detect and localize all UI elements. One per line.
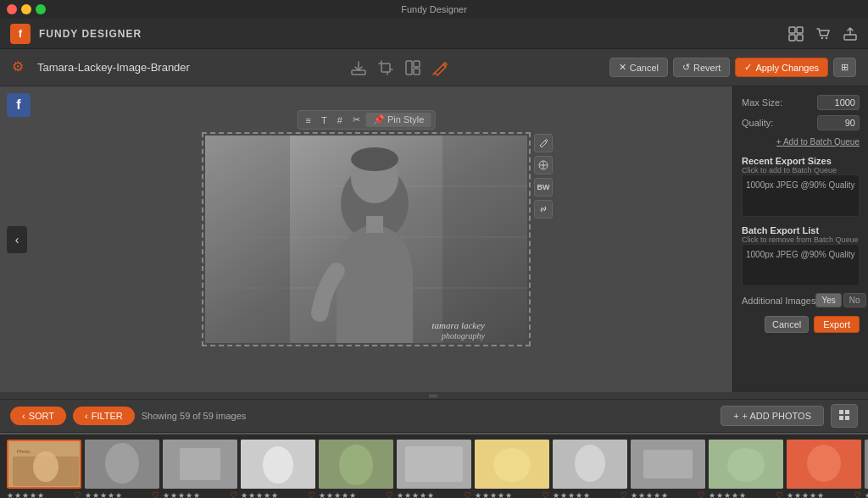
panel-footer: Cancel Export [742, 316, 860, 333]
star-row-10: ★ ★ ★ ★ ★ ♡ [709, 489, 783, 498]
filmstrip-item-9[interactable]: ★ ★ ★ ★ ★ ♡ [631, 440, 705, 498]
heart-icon-8[interactable]: ♡ [620, 490, 627, 498]
filmstrip-thumb-1[interactable]: Photo [7, 440, 81, 489]
recent-export-item[interactable]: 1000px JPEG @90% Quality [746, 179, 855, 191]
filmstrip-item-12[interactable]: ★ ★ ★ ★ ★ ♡ [865, 440, 868, 498]
grid-view-button[interactable] [831, 404, 858, 428]
additional-images-row: Additional Images Yes No [742, 293, 860, 307]
filmstrip-item-7[interactable]: ★ ★ ★ ★ ★ ♡ [475, 440, 549, 498]
title-bar: Fundy Designer [0, 0, 868, 19]
heart-icon-11[interactable]: ♡ [854, 490, 861, 498]
bw-tool-button[interactable]: BW [534, 178, 553, 196]
max-size-input[interactable] [817, 95, 860, 110]
filmstrip-thumb-3[interactable] [163, 440, 237, 489]
yes-button[interactable]: Yes [815, 293, 841, 307]
heart-icon-7[interactable]: ♡ [542, 490, 549, 498]
grid-icon-button[interactable] [788, 26, 804, 42]
edit-tool-button[interactable] [534, 134, 553, 152]
link-tool-button[interactable] [534, 200, 553, 219]
heart-icon-10[interactable]: ♡ [776, 490, 783, 498]
stars-11: ★ ★ ★ ★ ★ [787, 491, 824, 499]
heart-icon-3[interactable]: ♡ [230, 490, 237, 498]
filmstrip-item-10[interactable]: ★ ★ ★ ★ ★ ♡ [709, 440, 783, 498]
heart-icon-6[interactable]: ♡ [464, 490, 471, 498]
filter-button[interactable]: ‹ FILTER [73, 407, 135, 425]
svg-rect-6 [844, 35, 856, 40]
brander-tool-hash[interactable]: # [333, 113, 347, 127]
filmstrip-item-6[interactable]: ★ ★ ★ ★ ★ ♡ [397, 440, 471, 498]
sort-arrow-icon: ‹ [22, 411, 25, 421]
minimize-button[interactable] [21, 4, 31, 14]
filmstrip-thumb-12[interactable] [865, 440, 868, 489]
filmstrip-item-4[interactable]: ★ ★ ★ ★ ★ ♡ [241, 440, 315, 498]
filmstrip-item-5[interactable]: ★ ★ ★ ★ ★ ♡ [319, 440, 393, 498]
add-photos-button[interactable]: + + ADD PHOTOS [721, 406, 824, 426]
filmstrip-thumb-9[interactable] [631, 440, 705, 489]
svg-point-41 [339, 445, 373, 485]
filmstrip-item-11[interactable]: ★ ★ ★ ★ ★ ♡ [787, 440, 861, 498]
svg-point-35 [105, 443, 139, 484]
brander-tool-text[interactable]: T [317, 113, 331, 127]
apply-changes-button[interactable]: ✓ Apply Changes [735, 58, 828, 77]
brander-tool-lines[interactable]: ≡ [302, 113, 315, 127]
brander-tool-scissors[interactable]: ✂ [348, 113, 364, 127]
batch-export-item[interactable]: 1000px JPEG @90% Quality [746, 248, 855, 261]
revert-button[interactable]: ↺ Revert [673, 58, 730, 77]
brander-tool-button[interactable] [431, 58, 449, 77]
layout-tool-button[interactable] [403, 58, 422, 77]
svg-text:tamara lackey: tamara lackey [431, 320, 485, 330]
filmstrip-thumb-6[interactable] [397, 440, 471, 489]
download-tool-button[interactable] [349, 58, 368, 77]
svg-point-5 [826, 36, 827, 38]
pin-icon: 📌 [373, 114, 385, 125]
filmstrip-item-8[interactable]: ★ ★ ★ ★ ★ ♡ [553, 440, 627, 498]
close-button[interactable] [7, 4, 17, 14]
brander-pin-style-button[interactable]: 📌 Pin Style [366, 113, 431, 127]
filmstrip-thumb-2[interactable] [85, 440, 159, 489]
filmstrip-item-2[interactable]: ★ ★ ★ ★ ★ ♡ [85, 440, 159, 498]
star-row-8: ★ ★ ★ ★ ★ ♡ [553, 489, 627, 498]
cart-icon-button[interactable] [815, 26, 831, 42]
heart-icon-9[interactable]: ♡ [698, 490, 705, 498]
batch-export-sub: Click to remove from Batch Queue [742, 235, 860, 244]
heart-icon-2[interactable]: ♡ [152, 490, 159, 498]
filmstrip-item-3[interactable]: ★ ★ ★ ★ ★ ♡ [163, 440, 237, 498]
star-row-12: ★ ★ ★ ★ ★ ♡ [865, 489, 868, 498]
filmstrip-thumb-8[interactable] [553, 440, 627, 489]
canvas-area: f ‹ ≡ T # ✂ 📌 Pin Style [0, 86, 732, 392]
filmstrip-thumb-4[interactable] [241, 440, 315, 489]
svg-text:photography: photography [441, 331, 486, 340]
panel-export-button[interactable]: Export [814, 316, 860, 333]
stars-1: ★ ★ ★ ★ ★ [7, 491, 44, 499]
filmstrip-thumb-10[interactable] [709, 440, 783, 489]
crop-tool-button[interactable] [376, 58, 395, 77]
recent-export-title: Recent Export Sizes [742, 156, 860, 166]
no-button[interactable]: No [843, 293, 866, 307]
settings-button[interactable]: ⊞ [833, 58, 856, 77]
add-batch-queue-button[interactable]: + Add to Batch Queue [742, 137, 860, 147]
filmstrip-thumb-7[interactable] [475, 440, 549, 489]
star-row-2: ★ ★ ★ ★ ★ ♡ [85, 489, 159, 498]
facebook-badge[interactable]: f [7, 93, 31, 117]
svg-rect-22 [442, 136, 527, 343]
svg-point-33 [33, 451, 58, 482]
filmstrip-thumb-11[interactable] [787, 440, 861, 489]
filmstrip-item-1[interactable]: Photo ★ ★ ★ ★ ★ ♡ [7, 440, 81, 498]
nav-left-button[interactable]: ‹ [7, 226, 27, 253]
heart-icon-1[interactable]: ♡ [74, 490, 81, 498]
filmstrip-thumb-5[interactable] [319, 440, 393, 489]
star-row-11: ★ ★ ★ ★ ★ ♡ [787, 489, 861, 498]
separator-area[interactable]: ═ [0, 392, 868, 399]
maximize-button[interactable] [36, 4, 46, 14]
svg-rect-1 [797, 27, 803, 33]
main-content: f ‹ ≡ T # ✂ 📌 Pin Style [0, 86, 868, 392]
sort-button[interactable]: ‹ SORT [10, 407, 66, 425]
heart-icon-5[interactable]: ♡ [386, 490, 393, 498]
color-tool-button[interactable] [534, 156, 553, 174]
heart-icon-4[interactable]: ♡ [308, 490, 315, 498]
cancel-button[interactable]: ✕ Cancel [609, 58, 668, 77]
drag-handle[interactable]: ═ [429, 389, 439, 402]
export-icon-button[interactable] [843, 26, 858, 42]
panel-cancel-button[interactable]: Cancel [765, 316, 809, 333]
quality-input[interactable] [817, 115, 860, 130]
